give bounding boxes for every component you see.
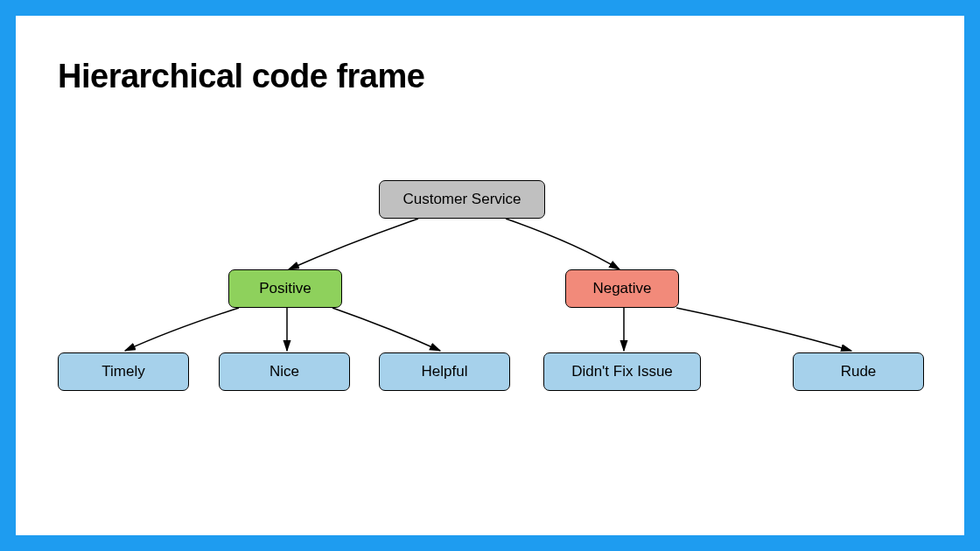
- node-positive-label: Positive: [259, 280, 312, 297]
- node-nice: Nice: [219, 352, 350, 391]
- node-didnt-fix-label: Didn't Fix Issue: [571, 363, 673, 380]
- node-nice-label: Nice: [270, 363, 299, 380]
- diagram-frame: Hierarchical code frame Customer Service…: [16, 16, 964, 535]
- node-root: Customer Service: [379, 180, 545, 219]
- node-root-label: Customer Service: [402, 191, 521, 208]
- node-rude: Rude: [793, 352, 924, 391]
- node-negative: Negative: [565, 269, 679, 308]
- node-helpful-label: Helpful: [422, 363, 468, 380]
- node-negative-label: Negative: [592, 280, 651, 297]
- node-positive: Positive: [228, 269, 342, 308]
- page-title: Hierarchical code frame: [58, 58, 424, 95]
- node-didnt-fix: Didn't Fix Issue: [543, 352, 701, 391]
- node-helpful: Helpful: [379, 352, 510, 391]
- node-rude-label: Rude: [841, 363, 877, 380]
- node-timely-label: Timely: [102, 363, 144, 380]
- node-timely: Timely: [58, 352, 189, 391]
